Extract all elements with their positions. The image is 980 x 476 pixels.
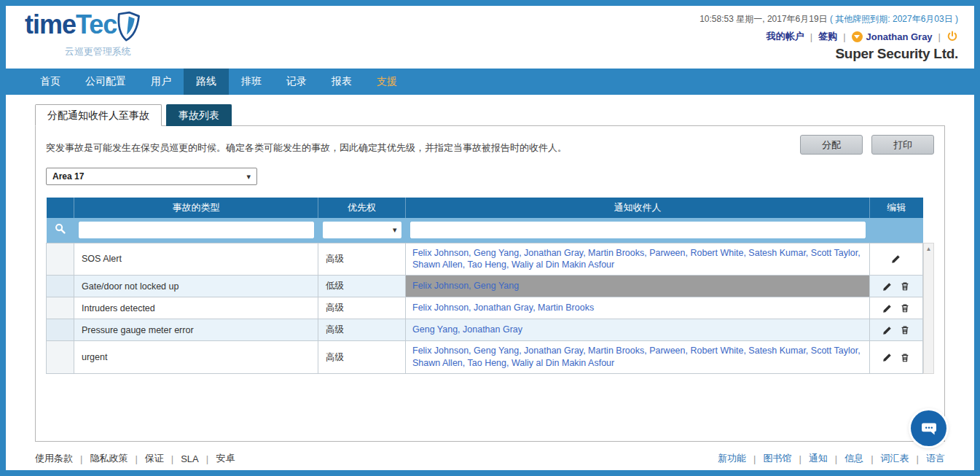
recipients-cell[interactable]: Felix Johnson, Geng Yang, Jonathan Gray,… (406, 341, 870, 374)
footer-link-info[interactable]: 信息 (844, 453, 863, 464)
nav-item-routes[interactable]: 路线 (184, 69, 229, 95)
recipients-cell[interactable]: Felix Johnson, Geng Yang, Jonathan Gray,… (406, 243, 870, 276)
license-expiry-text: ( 其他牌照到期: 2027年6月03日 ) (830, 14, 958, 24)
footer: 使用条款 隐私政策 保证 SLA 安卓 新功能 图书馆 通知 信息 词汇表 语言 (35, 452, 945, 465)
tab-incident-list[interactable]: 事故列表 (166, 104, 232, 126)
nav-item-scheduling[interactable]: 排班 (229, 69, 274, 95)
priority-cell[interactable]: 低级 (318, 276, 406, 297)
nav-item-reports[interactable]: 报表 (319, 69, 364, 95)
company-name: Super Security Ltd. (699, 46, 958, 62)
delete-trash-icon[interactable] (898, 351, 912, 364)
separator (171, 453, 173, 464)
shield-logo-icon (111, 9, 145, 48)
row-select-cell[interactable] (47, 243, 74, 276)
edit-pencil-icon[interactable] (880, 351, 895, 363)
row-select-cell[interactable] (47, 319, 74, 341)
incident-type-cell[interactable]: Intruders detected (74, 297, 318, 319)
tab-assign-recipients[interactable]: 分配通知收件人至事故 (35, 104, 162, 126)
main-nav: 首页 公司配置 用户 路线 排班 记录 报表 支援 (6, 69, 974, 95)
search-icon (55, 224, 66, 236)
priority-cell[interactable]: 高级 (318, 341, 406, 374)
chat-button[interactable] (911, 410, 946, 446)
recipients-cell-selected[interactable]: Felix Johnson, Geng Yang (406, 276, 870, 297)
footer-link-terms[interactable]: 使用条款 (35, 453, 73, 464)
nav-item-company-config[interactable]: 公司配置 (73, 69, 138, 95)
app-window: time Tec 云巡更管理系统 10:58:53 星期一, 2017年6月19… (0, 0, 980, 476)
separator (871, 453, 873, 464)
header-right: 10:58:53 星期一, 2017年6月19日 ( 其他牌照到期: 2027年… (699, 13, 958, 62)
footer-link-glossary[interactable]: 词汇表 (881, 453, 909, 464)
filter-incident-type-input[interactable] (79, 222, 314, 238)
table-filter-row: ▾ (47, 218, 923, 243)
filter-recipients-input[interactable] (410, 222, 866, 238)
footer-link-privacy[interactable]: 隐私政策 (90, 453, 128, 464)
recipients-cell[interactable]: Felix Johnson, Jonathan Gray, Martin Bro… (406, 297, 870, 319)
row-select-cell[interactable] (47, 341, 74, 374)
table-row: Gate/door not locked up 低级 Felix Johnson… (47, 276, 923, 297)
priority-cell[interactable]: 高级 (318, 243, 406, 276)
filter-priority-dropdown[interactable]: ▾ (323, 222, 401, 238)
col-header-incident-type: 事故的类型 (74, 198, 318, 218)
incident-type-cell[interactable]: urgent (74, 341, 318, 374)
table-row: Pressure gauge meter error 高级 Geng Yang,… (47, 319, 923, 341)
incident-type-cell[interactable]: SOS Alert (74, 243, 318, 276)
delete-trash-icon[interactable] (898, 302, 912, 314)
table-row: Intruders detected 高级 Felix Johnson, Jon… (47, 297, 923, 319)
nav-item-users[interactable]: 用户 (138, 69, 184, 95)
row-select-cell[interactable] (47, 276, 74, 297)
logo-text-tec: Tec (76, 12, 117, 38)
separator (799, 453, 801, 464)
signup-link[interactable]: 签购 (818, 30, 837, 43)
logout-power-icon[interactable] (946, 31, 958, 42)
footer-link-sla[interactable]: SLA (181, 453, 199, 464)
area-dropdown[interactable]: Area 17 ▾ (46, 168, 257, 185)
tab-bar: 分配通知收件人至事故 事故列表 (35, 104, 974, 126)
nav-item-home[interactable]: 首页 (28, 69, 73, 95)
edit-cell (870, 319, 923, 341)
delete-trash-icon[interactable] (898, 324, 912, 336)
assign-button[interactable]: 分配 (800, 135, 863, 155)
separator (843, 31, 845, 42)
user-name-link[interactable]: Jonathan Gray (866, 31, 933, 42)
nav-item-support[interactable]: 支援 (364, 69, 409, 95)
col-header-priority: 优先权 (318, 198, 406, 218)
separator (135, 453, 137, 464)
footer-link-warranty[interactable]: 保证 (145, 453, 164, 464)
separator (835, 453, 837, 464)
logo-text-time: time (25, 12, 76, 38)
separator (810, 31, 812, 42)
my-account-link[interactable]: 我的帐户 (767, 30, 804, 43)
delete-trash-icon[interactable] (898, 280, 912, 292)
incident-type-cell[interactable]: Pressure gauge meter error (74, 319, 318, 341)
row-select-cell[interactable] (47, 297, 74, 319)
chevron-down-icon: ▾ (393, 226, 397, 234)
edit-pencil-icon[interactable] (880, 324, 895, 336)
nav-item-records[interactable]: 记录 (274, 69, 319, 95)
area-dropdown-value: Area 17 (52, 171, 84, 182)
recipients-cell[interactable]: Geng Yang, Jonathan Gray (406, 319, 870, 341)
footer-link-whats-new[interactable]: 新功能 (718, 453, 746, 464)
incident-type-cell[interactable]: Gate/door not locked up (74, 276, 318, 297)
priority-cell[interactable]: 高级 (318, 297, 406, 319)
priority-cell[interactable]: 高级 (318, 319, 406, 341)
edit-pencil-icon[interactable] (889, 253, 903, 265)
edit-pencil-icon[interactable] (880, 303, 895, 314)
table-row: urgent 高级 Felix Johnson, Geng Yang, Jona… (47, 341, 923, 374)
chevron-down-icon: ▾ (246, 173, 251, 181)
separator (206, 453, 208, 464)
separator (938, 31, 941, 42)
footer-link-notification[interactable]: 通知 (809, 453, 828, 464)
scroll-up-icon[interactable]: ▲ (924, 243, 933, 252)
edit-pencil-icon[interactable] (880, 281, 895, 292)
footer-link-language[interactable]: 语言 (926, 453, 945, 464)
brand-logo[interactable]: time Tec 云巡更管理系统 (25, 12, 143, 58)
footer-link-android[interactable]: 安卓 (216, 453, 235, 464)
print-button[interactable]: 打印 (871, 135, 934, 155)
footer-link-library[interactable]: 图书馆 (763, 453, 791, 464)
separator (80, 453, 82, 464)
panel-description: 突发事故是可能发生在保安员巡更的时候。确定各类可能发生的事故，因此确定其优先级，… (46, 135, 567, 155)
content-panel: 突发事故是可能发生在保安员巡更的时候。确定各类可能发生的事故，因此确定其优先级，… (35, 125, 945, 442)
col-header-recipients: 通知收件人 (406, 198, 870, 218)
logo-subtitle: 云巡更管理系统 (25, 45, 143, 58)
table-scrollbar[interactable]: ▲ (923, 243, 934, 374)
